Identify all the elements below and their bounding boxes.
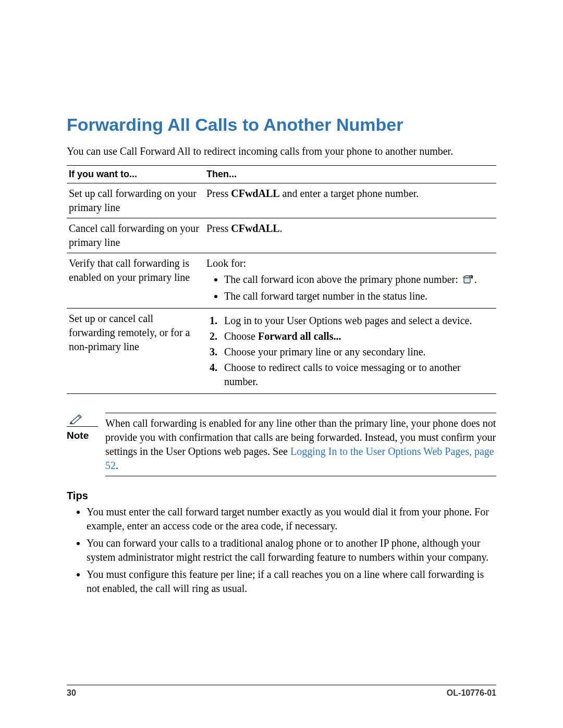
call-forward-icon: [462, 274, 473, 288]
menu-name: Forward all calls...: [258, 330, 341, 342]
note-label: Note: [67, 430, 98, 441]
text: Choose: [224, 330, 258, 342]
softkey-name: CFwdALL: [231, 223, 279, 234]
text: The call forward icon above the primary …: [224, 274, 461, 285]
cell-if: Verify that call forwarding is enabled o…: [67, 253, 204, 309]
list-item: Choose to redirect calls to voice messag…: [206, 361, 492, 389]
cell-then: Press CFwdALL.: [204, 218, 496, 253]
note-text: When call forwarding is enabled for any …: [105, 413, 496, 476]
table-row: Cancel call forwarding on your primary l…: [67, 218, 496, 253]
page-title: Forwarding All Calls to Another Number: [67, 115, 496, 135]
list-item: You must enter the call forward target n…: [87, 505, 496, 533]
softkey-name: CFwdALL: [231, 188, 279, 199]
document-id: OL-10776-01: [447, 688, 496, 698]
cell-if: Set up or cancel call forwarding remotel…: [67, 309, 204, 394]
pencil-icon: [69, 413, 98, 424]
list-item: You must configure this feature per line…: [87, 567, 496, 596]
intro-paragraph: You can use Call Forward All to redirect…: [67, 144, 496, 158]
text: Press: [206, 223, 231, 234]
page-number: 30: [67, 688, 76, 698]
document-page: Forwarding All Calls to Another Number Y…: [0, 0, 563, 728]
cell-if: Set up call forwarding on your primary l…: [67, 183, 204, 218]
cell-then: Log in to your User Options web pages an…: [204, 309, 496, 394]
list-item: Log in to your User Options web pages an…: [206, 314, 492, 328]
list-item: You can forward your calls to a traditio…: [87, 536, 496, 564]
instructions-table: If you want to... Then... Set up call fo…: [67, 165, 496, 394]
col-header-then: Then...: [204, 166, 496, 183]
text: Press: [206, 188, 231, 199]
cell-then: Look for: The call forward icon above th…: [204, 253, 496, 309]
text: Look for:: [206, 257, 246, 269]
text: .: [116, 460, 118, 471]
list-item: The call forward target number in the st…: [224, 289, 492, 303]
note-body-column: When call forwarding is enabled for any …: [105, 413, 496, 476]
list-item: Choose your primary line or any secondar…: [206, 345, 492, 359]
table-row: Verify that call forwarding is enabled o…: [67, 253, 496, 309]
cell-if: Cancel call forwarding on your primary l…: [67, 218, 204, 253]
note-block: Note When call forwarding is enabled for…: [67, 413, 496, 476]
note-underline: [67, 426, 98, 427]
list-item: The call forward icon above the primary …: [224, 273, 492, 288]
steps-list: Log in to your User Options web pages an…: [206, 314, 492, 389]
text: .: [474, 274, 477, 285]
list-item: Choose Forward all calls...: [206, 329, 492, 343]
cell-then: Press CFwdALL and enter a target phone n…: [204, 183, 496, 218]
tips-list: You must enter the call forward target n…: [67, 505, 496, 596]
tips-heading: Tips: [67, 490, 496, 502]
col-header-if: If you want to...: [67, 166, 204, 183]
page-footer: 30 OL-10776-01: [67, 685, 496, 698]
table-row: Set up call forwarding on your primary l…: [67, 183, 496, 218]
text: .: [280, 223, 283, 234]
svg-rect-0: [464, 278, 470, 283]
lookfor-list: The call forward icon above the primary …: [206, 273, 492, 303]
text: and enter a target phone number.: [280, 188, 419, 199]
table-row: Set up or cancel call forwarding remotel…: [67, 309, 496, 394]
note-label-column: Note: [67, 413, 98, 441]
